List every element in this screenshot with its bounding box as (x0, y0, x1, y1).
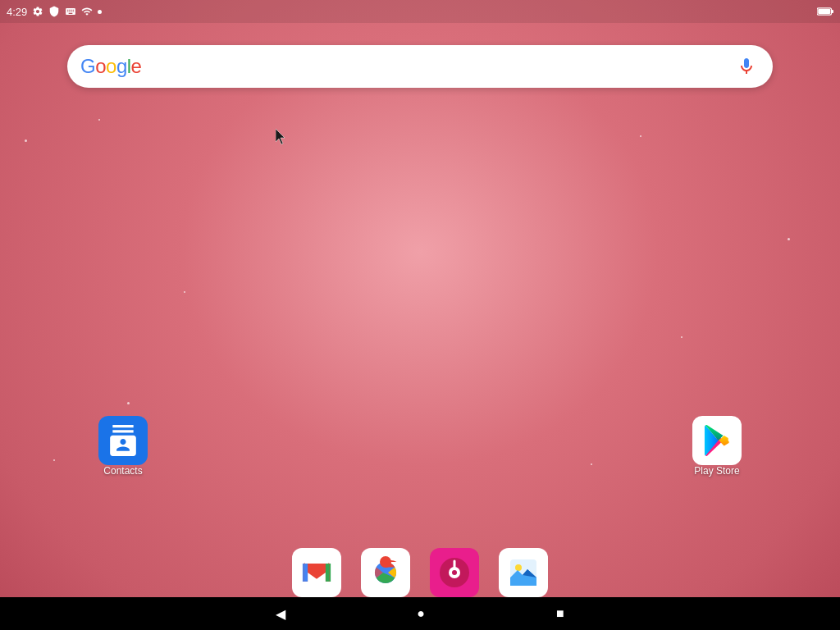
music-dock-icon[interactable] (430, 548, 479, 597)
svg-rect-2 (818, 9, 830, 14)
svg-point-13 (515, 564, 522, 571)
status-right (817, 7, 833, 16)
sparkle (184, 291, 185, 293)
keyboard-icon (65, 6, 76, 17)
shield-icon (48, 6, 60, 17)
chrome-dock-icon[interactable] (361, 548, 410, 597)
svg-rect-3 (304, 564, 308, 582)
search-bar-container: Google (67, 45, 773, 88)
status-bar: 4:29 (0, 0, 840, 23)
svg-point-10 (452, 570, 457, 575)
back-button[interactable]: ◀ (276, 606, 285, 622)
google-logo: Google (80, 55, 141, 78)
contacts-label: Contacts (103, 465, 142, 477)
svg-rect-1 (832, 10, 834, 13)
wifi-icon (81, 6, 93, 17)
time-display: 4:29 (7, 6, 27, 18)
home-button[interactable]: ● (417, 606, 425, 621)
contacts-icon-bg (98, 416, 148, 465)
sparkle (591, 463, 592, 465)
play-store-app-icon[interactable]: Play Store (692, 416, 742, 477)
mic-icon[interactable] (733, 53, 760, 80)
playstore-icon-bg (692, 416, 742, 465)
play-store-label: Play Store (694, 465, 739, 477)
battery-icon (817, 7, 833, 16)
sparkle (640, 135, 641, 137)
sparkle (127, 402, 130, 404)
dock (292, 548, 548, 597)
recents-button[interactable]: ■ (556, 606, 564, 621)
photos-dock-icon[interactable] (499, 548, 548, 597)
status-left: 4:29 (7, 6, 102, 18)
svg-rect-4 (326, 564, 330, 582)
contacts-app-icon[interactable]: Contacts (98, 416, 148, 477)
sparkle (25, 139, 27, 142)
wallpaper (0, 0, 840, 630)
gmail-dock-icon[interactable] (292, 548, 341, 597)
settings-icon (32, 6, 43, 17)
sparkle (681, 336, 682, 338)
search-bar[interactable]: Google (67, 45, 773, 88)
sparkle (53, 459, 55, 461)
sparkle (788, 238, 790, 240)
sparkle (98, 119, 100, 121)
notification-dot (98, 10, 102, 14)
nav-bar: ◀ ● ■ (0, 597, 840, 630)
